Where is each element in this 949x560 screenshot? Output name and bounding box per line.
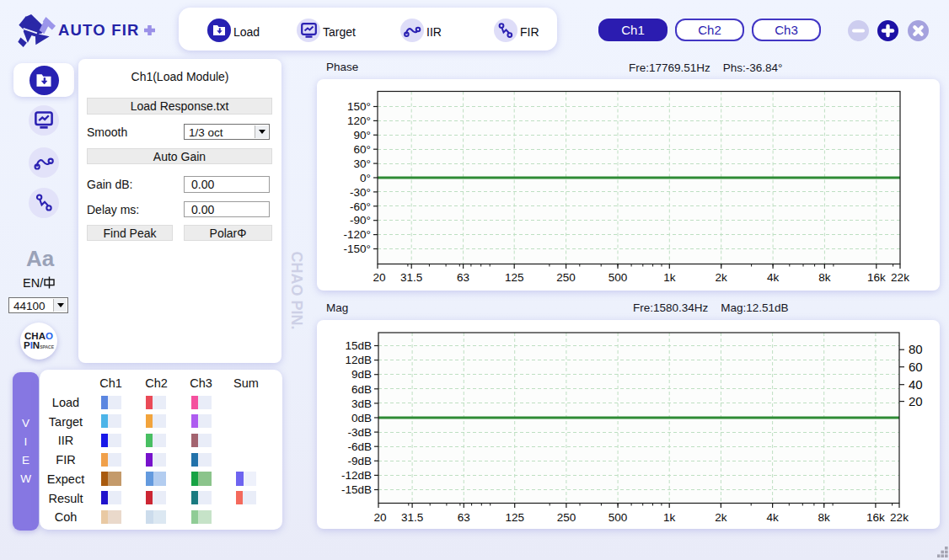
- svg-text:-6dB: -6dB: [347, 440, 372, 453]
- svg-text:20: 20: [909, 394, 923, 408]
- svg-text:40: 40: [909, 377, 923, 392]
- svg-text:4k: 4k: [766, 511, 779, 524]
- svg-text:31.5: 31.5: [401, 511, 423, 524]
- svg-text:-12dB: -12dB: [341, 469, 372, 482]
- svg-text:15dB: 15dB: [345, 339, 372, 352]
- svg-text:90°: 90°: [354, 129, 371, 141]
- svg-text:150°: 150°: [347, 100, 371, 113]
- svg-text:-3dB: -3dB: [347, 426, 372, 439]
- svg-text:250: 250: [557, 511, 576, 524]
- svg-text:3dB: 3dB: [351, 397, 372, 410]
- svg-text:120°: 120°: [347, 115, 371, 127]
- svg-text:6dB: 6dB: [351, 383, 372, 396]
- svg-text:-150°: -150°: [344, 243, 371, 255]
- svg-text:-9dB: -9dB: [347, 455, 372, 467]
- svg-text:0°: 0°: [360, 172, 371, 184]
- svg-text:12dB: 12dB: [345, 354, 372, 366]
- svg-text:63: 63: [457, 271, 469, 284]
- svg-text:2k: 2k: [715, 511, 727, 524]
- svg-text:20: 20: [373, 511, 386, 524]
- svg-text:125: 125: [505, 511, 524, 524]
- svg-text:-120°: -120°: [344, 228, 371, 241]
- svg-text:-90°: -90°: [350, 214, 371, 227]
- svg-text:20: 20: [373, 271, 385, 284]
- svg-text:4k: 4k: [767, 271, 780, 284]
- svg-text:8k: 8k: [818, 511, 831, 524]
- svg-text:22k: 22k: [890, 511, 909, 524]
- svg-text:250: 250: [556, 271, 576, 284]
- svg-text:500: 500: [609, 511, 628, 524]
- svg-text:125: 125: [505, 271, 524, 284]
- svg-text:63: 63: [458, 511, 470, 524]
- svg-text:9dB: 9dB: [351, 368, 372, 381]
- svg-text:22k: 22k: [891, 271, 909, 284]
- svg-text:0dB: 0dB: [351, 412, 372, 424]
- svg-text:31.5: 31.5: [400, 271, 422, 284]
- svg-text:1k: 1k: [663, 271, 676, 284]
- svg-text:1k: 1k: [663, 511, 676, 524]
- svg-text:2k: 2k: [716, 271, 728, 284]
- svg-text:-15dB: -15dB: [341, 483, 372, 496]
- svg-text:80: 80: [909, 342, 923, 356]
- svg-text:60: 60: [909, 360, 923, 374]
- svg-text:30°: 30°: [354, 157, 371, 170]
- svg-text:16k: 16k: [867, 271, 886, 284]
- svg-text:-60°: -60°: [350, 200, 371, 213]
- svg-text:16k: 16k: [866, 511, 885, 524]
- svg-text:8k: 8k: [818, 271, 831, 284]
- svg-text:-30°: -30°: [350, 186, 371, 199]
- svg-text:500: 500: [609, 271, 628, 284]
- svg-text:60°: 60°: [354, 143, 371, 156]
